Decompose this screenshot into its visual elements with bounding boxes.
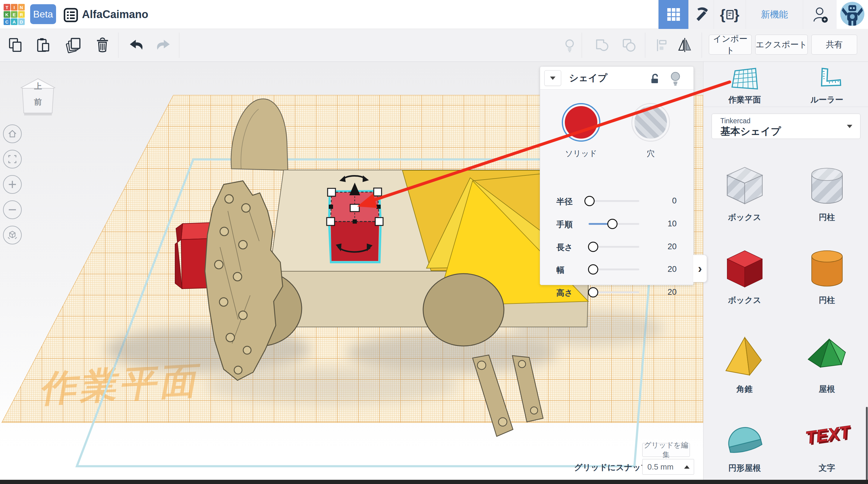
scale-handle[interactable] — [328, 188, 336, 196]
panel-collapse-button[interactable] — [544, 70, 561, 86]
beta-button[interactable]: Beta — [30, 4, 56, 24]
round-roof-icon — [721, 412, 769, 460]
slider-knob[interactable] — [584, 196, 595, 206]
bottom-edge-strip — [0, 480, 868, 484]
slider-knob[interactable] — [588, 287, 598, 298]
minecraft-button[interactable] — [688, 0, 714, 29]
solid-swatch[interactable] — [565, 106, 597, 139]
workplane-icon — [730, 65, 759, 95]
slider-label: 幅 — [556, 265, 564, 275]
shape-item-box[interactable]: ボックス — [704, 244, 786, 304]
view-cube[interactable]: 上 前 — [18, 74, 58, 121]
slider-knob[interactable] — [588, 242, 598, 252]
slider-value[interactable]: 20 — [650, 242, 677, 251]
smart-duplicate-button[interactable] — [560, 36, 579, 55]
lightbulb-icon[interactable] — [669, 71, 682, 87]
slider-value[interactable]: 10 — [650, 219, 677, 229]
delete-button[interactable] — [93, 36, 112, 55]
solid-selected-ring — [562, 103, 600, 142]
hole-box-icon — [721, 161, 769, 209]
zoom-out-button[interactable] — [3, 201, 22, 219]
fender-hump — [231, 99, 288, 170]
slider-track[interactable] — [589, 292, 639, 293]
zoom-in-button[interactable] — [3, 175, 22, 194]
group-icon — [593, 36, 611, 54]
center-handle[interactable] — [350, 204, 359, 212]
panel-expand-tab[interactable]: › — [693, 255, 707, 282]
redo-button[interactable] — [154, 36, 173, 55]
mirror-button[interactable] — [675, 36, 694, 55]
slider-knob[interactable] — [607, 219, 618, 229]
slider-label: 半径 — [556, 196, 572, 207]
library-brand: Tinkercad — [720, 117, 750, 125]
shape-item-label: 屋根 — [786, 384, 868, 394]
workplane-tool[interactable]: 作業平面 — [704, 62, 786, 107]
home-view-button[interactable] — [3, 124, 22, 143]
toolbar-divider — [582, 33, 582, 58]
shape-item-hole-cylinder[interactable]: 円柱 — [786, 161, 868, 221]
shape-item-label: ボックス — [704, 295, 786, 306]
ungroup-button[interactable] — [619, 36, 639, 55]
design-properties-icon[interactable] — [63, 7, 79, 24]
design-title[interactable]: AlfaCaimano — [82, 8, 148, 21]
paste-button[interactable] — [34, 36, 53, 55]
slider-track[interactable] — [589, 200, 639, 202]
edge-handle[interactable] — [352, 190, 356, 194]
toolbar-divider — [645, 33, 645, 58]
hole-swatch[interactable] — [634, 106, 667, 139]
unlock-icon[interactable] — [649, 72, 661, 86]
perspective-toggle-button[interactable] — [3, 226, 22, 244]
align-button[interactable] — [652, 36, 672, 55]
slider-knob[interactable] — [588, 264, 598, 275]
scale-handle[interactable] — [375, 218, 383, 225]
view-cube-front-label: 前 — [34, 97, 42, 107]
import-button[interactable]: インポート — [709, 35, 752, 55]
slider-track[interactable] — [589, 246, 639, 248]
perspective-icon — [7, 230, 18, 241]
shape-item-hole-box[interactable]: ボックス — [704, 161, 786, 221]
edge-handle[interactable] — [376, 205, 381, 209]
undo-button[interactable] — [127, 36, 146, 55]
snap-grid-select[interactable]: 0.5 mm — [642, 459, 694, 475]
view-nav-buttons — [3, 124, 22, 251]
edit-grid-button[interactable]: グリッドを編集 — [642, 443, 690, 457]
dashboard-grid-button[interactable] — [658, 0, 688, 29]
scale-handle[interactable] — [327, 218, 335, 225]
shape-library-select[interactable]: Tinkercad 基本シェイプ — [712, 114, 861, 139]
home-icon — [7, 129, 18, 139]
tinkercad-logo[interactable]: TIN KER CAD — [4, 4, 25, 25]
invite-user-button[interactable] — [803, 0, 837, 29]
shape-item-roof[interactable]: 屋根 — [786, 333, 868, 393]
scale-handle[interactable] — [374, 188, 381, 196]
user-avatar[interactable] — [840, 1, 865, 27]
ruler-tool[interactable]: ルーラー — [786, 62, 868, 107]
export-button[interactable]: エクスポート — [755, 35, 808, 55]
mirror-icon — [676, 36, 694, 54]
shape-item-round-roof[interactable]: 円形屋根 — [704, 412, 786, 472]
fit-view-button[interactable] — [3, 150, 22, 169]
share-button[interactable]: 共有 — [811, 35, 857, 55]
shape-item-cylinder[interactable]: 円柱 — [786, 244, 868, 304]
shape-inspector-panel: シェイプ ソリッド 穴 半径 0 手順 10 長さ 20 — [540, 66, 694, 285]
wheel-rear — [423, 274, 504, 346]
shape-item-text[interactable]: TEXTTEXT 文字 — [786, 412, 868, 472]
scene-tools-row: 作業平面 ルーラー — [704, 62, 868, 107]
duplicate-button[interactable] — [64, 36, 83, 55]
edge-handle[interactable] — [329, 205, 333, 209]
slider-track[interactable] — [589, 223, 639, 225]
shape-item-pyramid[interactable]: 角錐 — [704, 333, 786, 393]
edge-handle[interactable] — [352, 219, 357, 223]
copy-button[interactable] — [6, 36, 25, 55]
cylinder-icon — [803, 244, 851, 292]
slider-value[interactable]: 20 — [650, 288, 677, 297]
shape-item-label: ボックス — [704, 212, 786, 223]
sidebar-scrollbar[interactable] — [866, 407, 868, 484]
slider-row: 長さ 20 — [540, 240, 693, 254]
slider-track[interactable] — [589, 269, 639, 270]
new-features-button[interactable]: 新機能 — [746, 0, 803, 29]
slider-value[interactable]: 20 — [650, 265, 677, 274]
view-cube-top-label: 上 — [34, 82, 42, 91]
codeblocks-button[interactable]: {} — [714, 0, 746, 29]
group-button[interactable] — [592, 36, 612, 55]
slider-value[interactable]: 0 — [650, 196, 677, 206]
